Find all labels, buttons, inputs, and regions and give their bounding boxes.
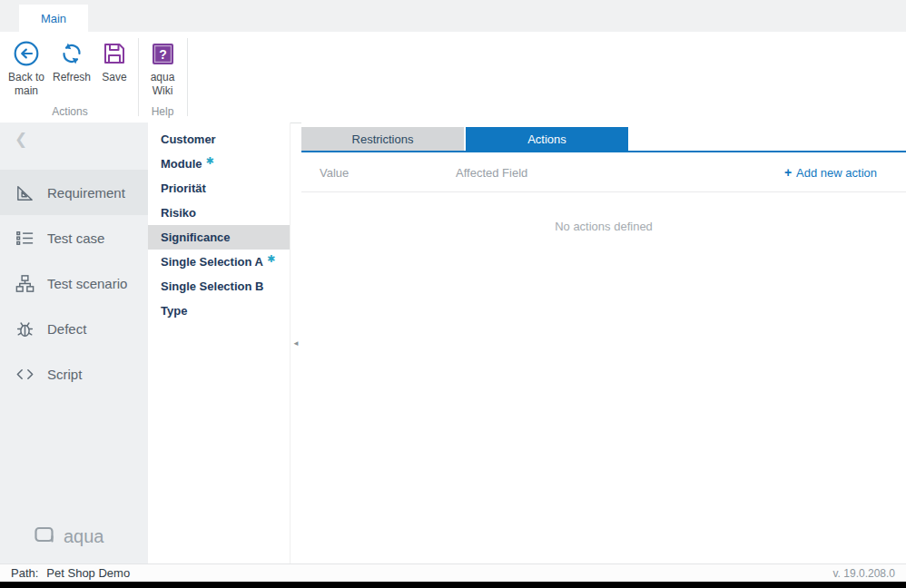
required-marker-icon: ✱ [267,253,275,264]
add-new-action-label: Add new action [796,166,877,180]
aqua-logo-text: aqua [64,526,104,547]
ribbon-group-help-label: Help [143,105,182,118]
ribbon: Back to main Refresh [0,32,906,123]
path-value: Pet Shop Demo [46,566,130,580]
tab-restrictions[interactable]: Restrictions [301,127,464,151]
aqua-wiki-button[interactable]: ? aqua Wiki [143,37,182,98]
set-square-icon [14,182,35,203]
version-label: v. 19.0.208.0 [833,567,896,580]
bug-icon [14,318,35,339]
column-header-value: Value [320,166,349,180]
arrow-left-icon: ◄ [292,339,300,348]
sitemap-icon [14,273,35,294]
window-bottom-edge [0,582,906,588]
ribbon-tab-strip: Main [0,0,906,32]
sidebar: ❮ Requirement [0,122,148,564]
empty-state-text: No actions defined [301,220,906,233]
aqua-logo: aqua [33,523,104,550]
field-item-significance[interactable]: Significance [148,225,290,250]
sidebar-item-defect[interactable]: Defect [0,306,148,351]
actions-table-header: Value Affected Field +Add new action [301,152,906,192]
add-new-action-button[interactable]: +Add new action [784,165,877,180]
sidebar-item-test-scenario[interactable]: Test scenario [0,260,148,306]
back-arrow-icon [13,37,40,70]
sidebar-item-label: Test scenario [47,276,127,291]
sidebar-item-requirement[interactable]: Requirement [0,170,148,215]
field-item-single-selection-a[interactable]: Single Selection A✱ [148,250,290,274]
aqua-logo-icon [33,523,56,550]
ribbon-group-separator [138,38,139,116]
code-icon [14,364,35,385]
ribbon-group-separator [187,38,188,116]
wiki-question-icon: ? [151,37,175,70]
sidebar-item-test-case[interactable]: Test case [0,215,148,260]
save-floppy-icon [101,37,128,70]
collapse-panel-handle[interactable]: ◄ [291,122,301,564]
field-item-single-selection-b[interactable]: Single Selection B [148,274,290,299]
field-item-module[interactable]: Module✱ [148,152,290,176]
sidebar-item-script[interactable]: Script [0,351,148,397]
content-area: ❮ Requirement [0,122,906,564]
field-item-customer[interactable]: Customer [148,127,290,152]
refresh-icon [58,37,85,70]
sidebar-nav: Requirement [0,170,148,397]
path-indicator: Path:Pet Shop Demo [11,566,130,580]
ribbon-tab-main-label: Main [41,12,66,25]
main-panel: Restrictions Actions Value Affected Fiel… [301,122,906,564]
ribbon-tab-main[interactable]: Main [19,5,88,32]
tab-actions[interactable]: Actions [466,127,628,151]
path-label: Path: [11,566,38,580]
tab-bar: Restrictions Actions [301,127,906,151]
sidebar-item-label: Script [47,367,82,382]
sidebar-item-label: Requirement [47,185,125,201]
save-button[interactable]: Save [94,37,134,84]
field-item-prioritaet[interactable]: Priorität [148,176,290,201]
back-to-main-label: Back to main [4,71,49,98]
required-marker-icon: ✱ [206,155,214,166]
field-list: Customer Module✱ Priorität Risiko Signif… [148,122,291,564]
aqua-wiki-label: aqua Wiki [143,71,182,98]
status-bar: Path:Pet Shop Demo v. 19.0.208.0 [0,564,906,582]
svg-text:?: ? [159,46,167,61]
chevron-left-icon: ❮ [15,131,27,148]
ribbon-group-actions-label: Actions [4,105,136,118]
refresh-button[interactable]: Refresh [51,37,93,84]
back-to-main-button[interactable]: Back to main [4,37,49,98]
save-label: Save [102,71,126,84]
plus-icon: + [784,165,792,180]
ordered-list-icon [14,228,35,249]
app-window: Main Back to main [0,0,906,588]
column-header-affected-field: Affected Field [456,166,527,180]
field-item-type[interactable]: Type [148,299,290,323]
sidebar-item-label: Defect [47,321,86,337]
sidebar-item-label: Test case [47,230,104,246]
field-item-risiko[interactable]: Risiko [148,201,290,225]
sidebar-collapse-button[interactable]: ❮ [15,130,27,149]
refresh-label: Refresh [53,71,91,84]
